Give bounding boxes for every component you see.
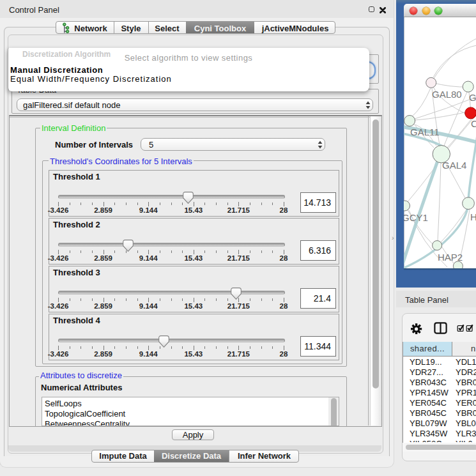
svg-text:GCY1: GCY1 [404, 212, 428, 223]
svg-text:H: H [470, 211, 476, 222]
svg-text:C: C [471, 118, 476, 129]
svg-text:GAL11: GAL11 [410, 127, 440, 137]
svg-text:GAL80: GAL80 [432, 89, 462, 100]
svg-text:GAL4: GAL4 [442, 160, 466, 171]
svg-text:GA: GA [469, 92, 476, 103]
svg-text:HAP2: HAP2 [438, 252, 463, 263]
